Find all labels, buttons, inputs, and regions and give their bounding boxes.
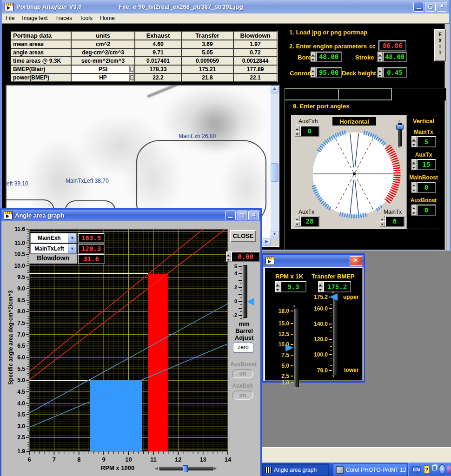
maintx-vertical-label: MainTx xyxy=(407,129,440,135)
maintx-vertical-input[interactable]: 5 xyxy=(411,136,440,147)
conrod-increment[interactable] xyxy=(311,67,316,73)
cc-label: cc xyxy=(369,43,375,50)
scroll-right-button[interactable]: ▶ xyxy=(263,238,271,246)
gauge-slider[interactable]: ▲ ▼ xyxy=(396,119,403,150)
units-cell: deg-cm^2/cm^3 xyxy=(71,48,135,57)
auxtx-vertical-input[interactable]: 15 xyxy=(411,159,440,170)
aux-exh-toggle[interactable]: on xyxy=(232,390,253,400)
menu-item-traces[interactable]: Traces xyxy=(52,13,76,23)
slider-tick-label: 79.0 xyxy=(311,367,328,374)
svg-text:9.5: 9.5 xyxy=(17,274,25,280)
exhaust-value: 9.71 xyxy=(135,48,181,57)
svg-text:10.5: 10.5 xyxy=(14,251,26,258)
stroke-input[interactable]: 48.00 xyxy=(378,52,407,62)
conrod-decrement[interactable] xyxy=(311,73,316,78)
barrel-adjust-thumb[interactable] xyxy=(246,298,254,305)
graph-close-button[interactable]: ✕ xyxy=(248,211,259,220)
zero-button[interactable]: zero xyxy=(233,343,253,352)
menu-item-home[interactable]: Home xyxy=(96,13,119,23)
graph-titlebar[interactable]: Angle area graph ▁ ▢ ✕ xyxy=(1,210,260,221)
main-titlebar[interactable]: Portmap Anaylzer V3.0 File: e-90_hil2rea… xyxy=(2,0,449,13)
scroll-down-button[interactable]: ▼ xyxy=(271,231,279,239)
graph-maximize-button[interactable]: ▢ xyxy=(237,211,247,220)
barrel-adjust-slider[interactable]: ▲▼-20245 xyxy=(227,260,261,322)
tab-port-angles[interactable] xyxy=(391,88,446,100)
transfer-value: 21.8 xyxy=(181,73,233,82)
main-tx-bottom-label: MainTx xyxy=(384,209,402,215)
conrod-input[interactable]: 95.00 xyxy=(311,67,342,78)
language-indicator[interactable]: EN xyxy=(411,466,421,473)
deck-height-input[interactable]: 0.45 xyxy=(378,67,407,78)
taskbar-button-corel-photo-paint-12[interactable]: Corel PHOTO-PAINT 12 xyxy=(333,463,407,476)
graph-window: Angle area graph ▁ ▢ ✕ 11.611.010.510.09… xyxy=(0,208,262,476)
minimize-button[interactable]: ▁ xyxy=(413,2,424,12)
main-tx-bottom-input[interactable]: 8 xyxy=(380,216,405,227)
blowdown-value: 1.97 xyxy=(233,40,277,48)
close-graph-button[interactable]: CLOSE xyxy=(230,230,256,242)
blowdown-value: 177.89 xyxy=(233,65,277,73)
bmep-slider[interactable]: ▲▼175.2160.0140.0120.0100.079.0 xyxy=(265,268,364,380)
svg-text:10: 10 xyxy=(125,456,132,463)
svg-text:13: 13 xyxy=(199,456,206,463)
auxboost-vertical-input[interactable]: 0 xyxy=(411,205,440,216)
gauge-slider-thumb[interactable] xyxy=(396,125,404,130)
restore-windows-icon[interactable] xyxy=(432,465,437,470)
exit-button[interactable]: EXIT xyxy=(434,29,446,61)
series-selector-1[interactable]: MainExh▼ xyxy=(30,233,77,243)
units-dropdown-scroll[interactable] xyxy=(129,66,134,73)
aux-exh-toggle-label: AuxExh xyxy=(232,383,253,389)
graph-minimize-button[interactable]: ▁ xyxy=(225,211,236,220)
stroke-decrement[interactable] xyxy=(378,57,383,62)
horizontal-panel: AuxExh 0 Horizontal ▲ ▼ AuxTx xyxy=(292,115,406,229)
svg-text:8.5: 8.5 xyxy=(17,297,25,304)
bore-increment[interactable] xyxy=(311,52,316,57)
exhaust-value: 4.60 xyxy=(135,40,181,48)
mainboost-vertical-input[interactable]: 0 xyxy=(411,182,440,193)
exhaust-value: 0.017401 xyxy=(135,57,181,65)
bore-decrement[interactable] xyxy=(311,57,316,62)
bmep-window-icon xyxy=(265,257,274,265)
units-cell[interactable]: PSI xyxy=(71,65,135,73)
svg-text:3.0: 3.0 xyxy=(17,423,25,430)
slider-tick-label: 1.0 xyxy=(272,379,289,386)
taskbar: Angle area graphCorel PHOTO-PAINT 12 EN … xyxy=(258,463,451,476)
menu-item-file[interactable]: File xyxy=(2,13,18,23)
stroke-increment[interactable] xyxy=(378,52,383,57)
image-vscrollbar[interactable]: ▲ ▼ xyxy=(271,86,279,238)
units-cell: sec-mm^2/cm^3 xyxy=(71,57,135,65)
bmepscale-pointer[interactable] xyxy=(330,293,338,301)
units-dropdown-scroll[interactable] xyxy=(129,74,134,81)
deck-height-label: Deck height xyxy=(342,70,376,77)
aux-tx-input[interactable]: 28 xyxy=(295,216,319,227)
units-cell[interactable]: HP xyxy=(71,73,135,82)
vscroll-thumb[interactable] xyxy=(271,163,279,182)
maximize-button[interactable]: ▢ xyxy=(425,2,436,12)
svg-text:11: 11 xyxy=(150,456,157,463)
tab-blank-1[interactable] xyxy=(285,88,338,100)
series-selector-2[interactable]: MainTxLeft▼ xyxy=(30,244,77,254)
cc-display: 86.86 xyxy=(378,40,406,51)
bore-input[interactable]: 48.00 xyxy=(311,52,342,62)
taskbar-button-angle-area-graph[interactable]: Angle area graph xyxy=(262,463,329,476)
close-button[interactable]: ✕ xyxy=(437,2,447,12)
adjust-tick-label: 4 xyxy=(226,271,237,276)
menu-item-tools[interactable]: Tools xyxy=(76,13,96,23)
deck-increment[interactable] xyxy=(378,67,383,73)
scroll-up-button[interactable]: ▲ xyxy=(271,86,279,93)
tab-blank-2[interactable] xyxy=(338,88,391,100)
adjust-tick-label: 2 xyxy=(226,284,237,290)
bmep-close-button[interactable]: ✕ xyxy=(350,256,362,266)
chart-x-slider[interactable]: ◀ ▶ xyxy=(155,465,218,471)
deck-decrement[interactable] xyxy=(378,73,383,78)
chart-x-slider-thumb[interactable] xyxy=(183,465,188,472)
hidden-icons-chevron[interactable]: ‹ xyxy=(439,464,445,475)
menu-item-imagetext[interactable]: ImageText xyxy=(18,13,51,23)
messenger-tray-icon[interactable] xyxy=(447,465,451,474)
help-tray-icon[interactable]: ? xyxy=(424,465,429,474)
app-icon xyxy=(5,3,13,11)
transfer-value: 175.21 xyxy=(181,65,233,73)
bmepscale-track[interactable] xyxy=(332,294,338,375)
aux-boost-toggle[interactable]: on xyxy=(232,369,253,378)
bmep-titlebar[interactable]: ✕ xyxy=(263,255,364,267)
bmep-window-body: RPM x 1K Transfer BMEP 9.3 175.2 ▲▼18.01… xyxy=(264,267,363,381)
